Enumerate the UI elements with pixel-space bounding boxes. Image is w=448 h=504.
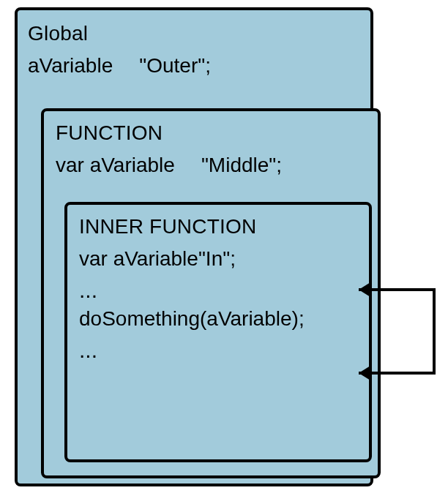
inner-function-scope-box: INNER FUNCTION var aVariable"In"; ... do…	[64, 202, 372, 462]
global-variable-declaration: aVariable"Outer";	[28, 54, 360, 78]
function-scope-title: FUNCTION	[56, 121, 367, 145]
inner-call-line: doSomething(aVariable);	[79, 307, 359, 331]
function-variable-declaration: var aVariable"Middle";	[56, 154, 367, 177]
global-var-name: aVariable	[28, 54, 113, 77]
inner-var-prefix: var aVariable	[79, 247, 198, 270]
ellipsis-2: ...	[79, 338, 359, 363]
ellipsis-1: ...	[79, 278, 359, 303]
function-scope-box: FUNCTION var aVariable"Middle"; INNER FU…	[41, 108, 381, 478]
global-var-value: "Outer";	[139, 54, 211, 77]
inner-function-scope-title: INNER FUNCTION	[79, 215, 359, 238]
inner-variable-declaration: var aVariable"In";	[79, 247, 359, 271]
inner-var-value: "In";	[198, 247, 236, 270]
function-var-prefix: var aVariable	[56, 154, 175, 176]
global-scope-box: Global aVariable"Outer"; FUNCTION var aV…	[15, 7, 373, 486]
global-scope-title: Global	[28, 22, 360, 45]
function-var-value: "Middle";	[201, 154, 282, 176]
